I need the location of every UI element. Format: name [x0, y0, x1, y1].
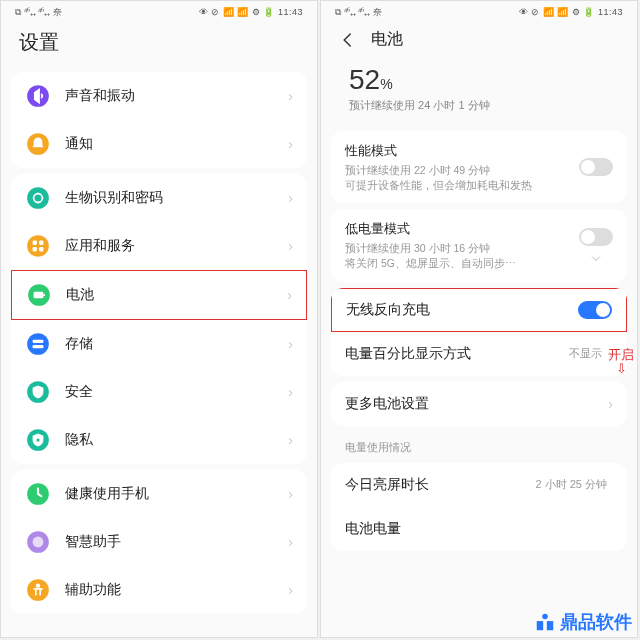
row-label: 应用和服务: [65, 237, 288, 255]
reverse-label: 无线反向充电: [346, 301, 578, 319]
svg-point-25: [542, 614, 548, 620]
svg-rect-13: [33, 340, 44, 343]
svg-rect-14: [33, 345, 44, 348]
chevron-right-icon: ›: [608, 396, 613, 412]
svg-rect-24: [547, 621, 553, 630]
row-icon: [25, 481, 51, 507]
settings-row-8[interactable]: 健康使用手机›: [11, 470, 307, 518]
reverse-charge-row[interactable]: 无线反向充电: [331, 288, 627, 332]
chevron-right-icon: ›: [288, 336, 293, 352]
status-left: ⧉ ⁴⁶₊₊ ⁴⁶₊₊ 奈: [335, 6, 382, 19]
row-label: 隐私: [65, 431, 288, 449]
chevron-right-icon: ›: [288, 486, 293, 502]
perf-sub1: 预计继续使用 22 小时 49 分钟: [345, 163, 579, 178]
today-label: 今日亮屏时长: [345, 476, 535, 494]
settings-row-5[interactable]: 存储›: [11, 320, 307, 368]
row-icon: [25, 233, 51, 259]
row-label: 电池: [66, 286, 287, 304]
settings-row-7[interactable]: 隐私›: [11, 416, 307, 464]
perf-title: 性能模式: [345, 142, 579, 160]
settings-row-2[interactable]: 生物识别和密码›: [11, 174, 307, 222]
svg-point-12: [27, 333, 49, 355]
usage-label: 电池电量: [345, 520, 613, 538]
status-right: 👁 ⊘ 📶 📶 ⚙ 🔋 11:43: [199, 7, 303, 17]
svg-point-2: [27, 187, 49, 209]
row-icon: [25, 379, 51, 405]
page-title: 电池: [371, 29, 403, 50]
status-right: 👁 ⊘ 📶 📶 ⚙ 🔋 11:43: [519, 7, 623, 17]
settings-row-3[interactable]: 应用和服务›: [11, 222, 307, 270]
settings-row-4[interactable]: 电池›: [11, 270, 307, 320]
chevron-right-icon: ›: [288, 534, 293, 550]
battery-estimate: 预计继续使用 24 小时 1 分钟: [321, 96, 637, 125]
row-icon: [25, 529, 51, 555]
chevron-right-icon: ›: [288, 432, 293, 448]
svg-rect-23: [537, 621, 543, 630]
status-bar: ⧉ ⁴⁶₊₊ ⁴⁶₊₊ 奈 👁 ⊘ 📶 📶 ⚙ 🔋 11:43: [321, 1, 637, 23]
svg-point-20: [33, 537, 44, 548]
row-icon: [25, 331, 51, 357]
status-left: ⧉ ⁴⁶₊₊ ⁴⁶₊₊ 奈: [15, 6, 62, 19]
chevron-down-icon[interactable]: [590, 252, 602, 264]
settings-row-1[interactable]: 通知›: [11, 120, 307, 168]
svg-point-22: [36, 584, 40, 588]
row-label: 安全: [65, 383, 288, 401]
low-title: 低电量模式: [345, 220, 579, 238]
chevron-right-icon: ›: [287, 287, 292, 303]
settings-row-6[interactable]: 安全›: [11, 368, 307, 416]
svg-rect-10: [34, 292, 44, 299]
usage-section-title: 电量使用情况: [321, 432, 637, 457]
perf-toggle[interactable]: [579, 158, 613, 176]
chevron-right-icon: ›: [288, 88, 293, 104]
header: 电池: [321, 23, 637, 60]
row-label: 健康使用手机: [65, 485, 288, 503]
svg-point-4: [27, 235, 49, 257]
screen-time-row[interactable]: 今日亮屏时长 2 小时 25 分钟: [331, 463, 627, 507]
row-icon: [25, 185, 51, 211]
low-sub2: 将关闭 5G、熄屏显示、自动同步⋯: [345, 256, 579, 271]
row-icon: [26, 282, 52, 308]
svg-rect-6: [39, 241, 43, 245]
chevron-right-icon: ›: [288, 582, 293, 598]
svg-rect-8: [39, 247, 43, 251]
settings-row-9[interactable]: 智慧助手›: [11, 518, 307, 566]
battery-usage-row[interactable]: 电池电量: [331, 507, 627, 551]
chevron-right-icon: ›: [288, 136, 293, 152]
svg-point-21: [27, 579, 49, 601]
settings-row-0[interactable]: 声音和振动›: [11, 72, 307, 120]
low-sub1: 预计继续使用 30 小时 16 分钟: [345, 241, 579, 256]
annotation-enable: 开启 ⇩: [608, 348, 634, 377]
chevron-right-icon: ›: [288, 238, 293, 254]
svg-rect-5: [33, 241, 37, 245]
header: 设置: [1, 23, 317, 66]
watermark-icon: [534, 611, 556, 633]
more-settings-row[interactable]: 更多电池设置 ›: [331, 382, 627, 426]
low-power-card[interactable]: 低电量模式 预计继续使用 30 小时 16 分钟 将关闭 5G、熄屏显示、自动同…: [331, 209, 627, 281]
svg-rect-7: [33, 247, 37, 251]
display-label: 电量百分比显示方式: [345, 345, 569, 363]
battery-percent: 52%: [321, 60, 637, 96]
status-bar: ⧉ ⁴⁶₊₊ ⁴⁶₊₊ 奈 👁 ⊘ 📶 📶 ⚙ 🔋 11:43: [1, 1, 317, 23]
display-value: 不显示: [569, 346, 602, 361]
performance-mode-card[interactable]: 性能模式 预计继续使用 22 小时 49 分钟 可提升设备性能，但会增加耗电和发…: [331, 131, 627, 203]
row-icon: [25, 427, 51, 453]
settings-row-10[interactable]: 辅助功能›: [11, 566, 307, 614]
row-icon: [25, 577, 51, 603]
percent-display-row[interactable]: 电量百分比显示方式 不显示 ›: [331, 332, 627, 376]
watermark: 鼎品软件: [534, 610, 632, 634]
row-label: 智慧助手: [65, 533, 288, 551]
back-icon[interactable]: [339, 31, 357, 49]
row-label: 通知: [65, 135, 288, 153]
row-label: 辅助功能: [65, 581, 288, 599]
svg-rect-11: [43, 294, 45, 296]
today-value: 2 小时 25 分钟: [535, 477, 607, 492]
chevron-right-icon: ›: [288, 190, 293, 206]
row-label: 存储: [65, 335, 288, 353]
more-label: 更多电池设置: [345, 395, 608, 413]
low-toggle[interactable]: [579, 228, 613, 246]
reverse-toggle[interactable]: [578, 301, 612, 319]
row-icon: [25, 131, 51, 157]
chevron-right-icon: ›: [288, 384, 293, 400]
svg-point-17: [36, 438, 39, 441]
page-title: 设置: [19, 29, 59, 56]
